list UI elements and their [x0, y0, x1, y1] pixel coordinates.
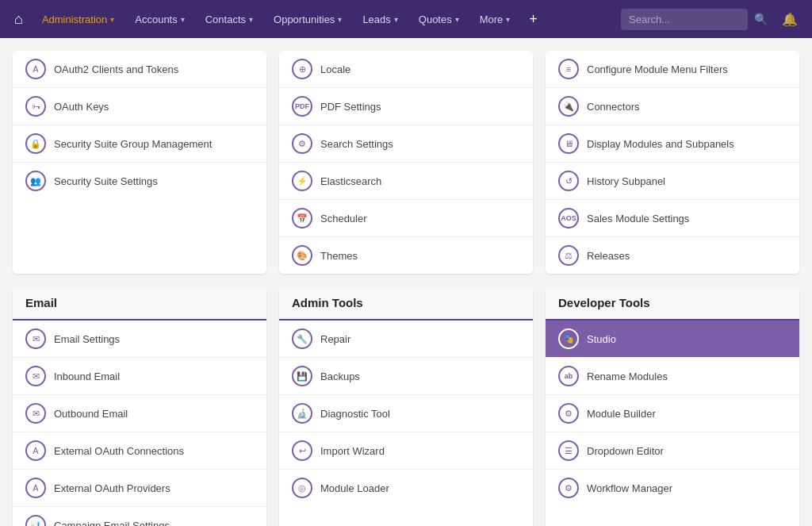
- nav-plus-button[interactable]: +: [521, 0, 546, 38]
- nav-leads[interactable]: Leads ▾: [353, 0, 407, 38]
- list-item[interactable]: 🔒 Security Suite Group Management: [13, 125, 266, 163]
- notifications-bell-icon[interactable]: 🔔: [774, 12, 806, 27]
- import-wizard-icon: ↩: [292, 440, 312, 461]
- module-loader-icon: ◎: [292, 478, 312, 498]
- list-item[interactable]: ⚡ Elasticsearch: [279, 163, 533, 200]
- search-input[interactable]: [621, 9, 748, 30]
- list-item[interactable]: A OAuth2 Clients and Tokens: [13, 51, 266, 88]
- top-navigation: ⌂ Administration ▾ Accounts ▾ Contacts ▾…: [0, 0, 812, 38]
- list-item[interactable]: 👥 Security Suite Settings: [13, 163, 266, 199]
- nav-arrow-icon: ▾: [506, 15, 510, 24]
- list-item[interactable]: PDF PDF Settings: [279, 88, 533, 125]
- list-item[interactable]: 📅 Scheduler: [279, 200, 533, 237]
- list-item[interactable]: ✉ Email Settings: [13, 321, 266, 358]
- sales-module-icon: AOS: [558, 208, 579, 228]
- list-item[interactable]: ab Rename Modules: [546, 358, 799, 395]
- nav-arrow-icon: ▾: [455, 15, 459, 24]
- list-item[interactable]: ⊕ Locale: [279, 51, 533, 88]
- email-section-header: Email: [13, 286, 266, 321]
- list-item[interactable]: ☰ Dropdown Editor: [546, 432, 799, 470]
- locale-icon: ⊕: [292, 59, 312, 79]
- history-subpanel-icon: ↺: [558, 171, 579, 191]
- admin-tools-section-header: Admin Tools: [279, 286, 533, 321]
- security-group-icon: 🔒: [25, 133, 46, 154]
- developer-tools-section-header: Developer Tools: [546, 286, 799, 321]
- nav-arrow-icon: ▾: [338, 15, 342, 24]
- diagnostic-tool-icon: 🔬: [292, 403, 312, 424]
- outbound-email-icon: ✉: [25, 403, 46, 424]
- nav-contacts[interactable]: Contacts ▾: [196, 0, 262, 38]
- list-item[interactable]: 📊 Campaign Email Settings: [13, 507, 266, 526]
- nav-arrow-icon: ▾: [181, 15, 185, 24]
- list-item[interactable]: A External OAuth Providers: [13, 470, 266, 507]
- list-item[interactable]: ↺ History Subpanel: [546, 163, 799, 200]
- oauthkeys-icon: 🗝: [25, 96, 46, 117]
- list-item[interactable]: 🔌 Connectors: [546, 88, 799, 125]
- nav-accounts[interactable]: Accounts ▾: [125, 0, 193, 38]
- elasticsearch-icon: ⚡: [292, 171, 312, 191]
- connectors-icon: 🔌: [558, 96, 579, 117]
- list-item[interactable]: ✉ Inbound Email: [13, 358, 266, 395]
- list-item[interactable]: 🔧 Repair: [279, 321, 533, 358]
- nav-quotes[interactable]: Quotes ▾: [409, 0, 469, 38]
- releases-icon: ⚖: [558, 245, 579, 266]
- list-item[interactable]: 🖥 Display Modules and Subpanels: [546, 125, 799, 163]
- backups-icon: 💾: [292, 366, 312, 386]
- card-modules: ≡ Configure Module Menu Filters 🔌 Connec…: [546, 51, 799, 274]
- list-item[interactable]: 🎨 Themes: [279, 237, 533, 274]
- repair-icon: 🔧: [292, 328, 312, 349]
- list-item[interactable]: 🗝 OAuth Keys: [13, 88, 266, 125]
- list-item[interactable]: ✉ Outbound Email: [13, 395, 266, 432]
- pdf-icon: PDF: [292, 96, 312, 117]
- nav-administration[interactable]: Administration ▾: [33, 0, 124, 38]
- nav-arrow-icon: ▾: [249, 15, 253, 24]
- list-item[interactable]: A External OAuth Connections: [13, 432, 266, 470]
- studio-icon: 🎭: [558, 328, 579, 349]
- card-developer-tools: Developer Tools 🎭 Studio ab Rename Modul…: [546, 286, 799, 526]
- list-item[interactable]: ⚙ Search Settings: [279, 125, 533, 163]
- list-item[interactable]: ≡ Configure Module Menu Filters: [546, 51, 799, 88]
- module-builder-icon: ⚙: [558, 403, 579, 424]
- configure-module-icon: ≡: [558, 59, 579, 79]
- list-item[interactable]: ↩ Import Wizard: [279, 432, 533, 470]
- list-item-studio[interactable]: 🎭 Studio: [546, 321, 799, 358]
- workflow-manager-icon: ⚙: [558, 478, 579, 498]
- inbound-email-icon: ✉: [25, 366, 46, 386]
- home-button[interactable]: ⌂: [6, 5, 31, 34]
- list-item[interactable]: 🔬 Diagnostic Tool: [279, 395, 533, 432]
- rename-modules-icon: ab: [558, 366, 579, 386]
- list-item[interactable]: ⚙ Workflow Manager: [546, 470, 799, 506]
- nav-arrow-icon: ▾: [110, 15, 114, 24]
- themes-icon: 🎨: [292, 245, 312, 266]
- nav-opportunities[interactable]: Opportunities ▾: [264, 0, 351, 38]
- list-item[interactable]: 💾 Backups: [279, 358, 533, 395]
- list-item[interactable]: AOS Sales Module Settings: [546, 200, 799, 237]
- nav-more[interactable]: More ▾: [470, 0, 520, 38]
- security-settings-icon: 👥: [25, 171, 46, 191]
- dropdown-editor-icon: ☰: [558, 440, 579, 461]
- card-settings: ⊕ Locale PDF PDF Settings ⚙ Search Setti…: [279, 51, 533, 274]
- scheduler-icon: 📅: [292, 208, 312, 228]
- oauth2-icon: A: [25, 59, 46, 79]
- search-settings-icon: ⚙: [292, 133, 312, 154]
- card-email: Email ✉ Email Settings ✉ Inbound Email ✉…: [13, 286, 266, 526]
- main-content: A OAuth2 Clients and Tokens 🗝 OAuth Keys…: [0, 38, 812, 526]
- external-oauth-providers-icon: A: [25, 478, 46, 498]
- list-item[interactable]: ◎ Module Loader: [279, 470, 533, 506]
- campaign-email-icon: 📊: [25, 515, 46, 526]
- external-oauth-connections-icon: A: [25, 440, 46, 461]
- list-item[interactable]: ⚙ Module Builder: [546, 395, 799, 432]
- list-item[interactable]: ⚖ Releases: [546, 237, 799, 274]
- display-modules-icon: 🖥: [558, 133, 579, 154]
- card-admin-tools: Admin Tools 🔧 Repair 💾 Backups 🔬 Diagnos…: [279, 286, 533, 526]
- card-security: A OAuth2 Clients and Tokens 🗝 OAuth Keys…: [13, 51, 266, 274]
- search-icon[interactable]: 🔍: [749, 13, 772, 25]
- nav-arrow-icon: ▾: [394, 15, 398, 24]
- email-settings-icon: ✉: [25, 328, 46, 349]
